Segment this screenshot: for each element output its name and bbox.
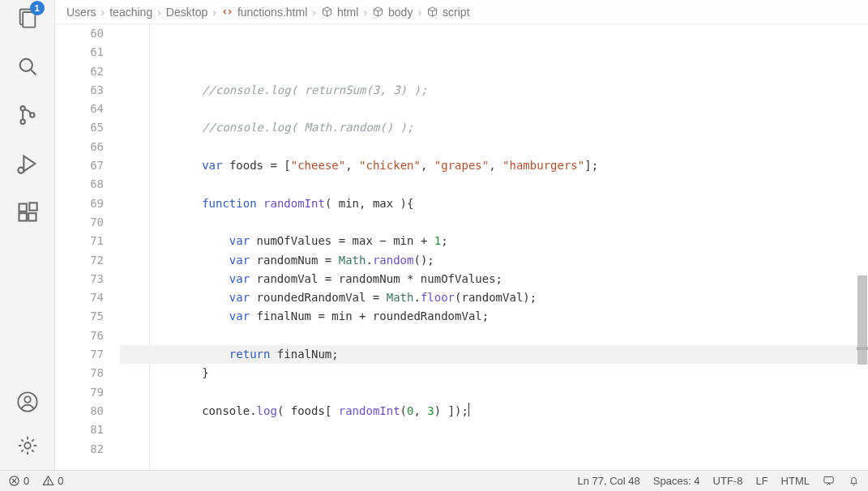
line-number: 63 — [55, 81, 104, 100]
line-number: 74 — [55, 288, 104, 307]
breadcrumb-label: functions.html — [237, 6, 307, 19]
code-line[interactable]: var roundedRandomVal = Math.floor(random… — [120, 288, 868, 307]
code-line[interactable] — [120, 175, 868, 194]
breadcrumb-label: teaching — [109, 6, 152, 19]
line-number: 71 — [55, 232, 104, 250]
line-number: 68 — [55, 175, 104, 194]
breadcrumb-segment[interactable]: script — [426, 6, 469, 19]
line-number: 64 — [55, 100, 104, 118]
status-encoding[interactable]: UTF-8 — [713, 475, 743, 487]
breadcrumb-label: body — [388, 6, 413, 19]
text-cursor — [468, 403, 470, 416]
symbol-icon — [372, 6, 384, 18]
breadcrumb-separator-icon: › — [157, 6, 161, 19]
code-line[interactable]: //console.log( returnSum(3, 3) ); — [120, 81, 868, 100]
line-number: 79 — [55, 383, 104, 402]
code-line[interactable] — [120, 327, 868, 345]
svg-rect-11 — [28, 213, 36, 220]
status-language[interactable]: HTML — [781, 475, 810, 487]
line-number: 81 — [55, 421, 104, 439]
svg-point-15 — [24, 442, 30, 448]
code-line[interactable]: var randomVal = randomNum * numOfValues; — [120, 270, 868, 288]
line-number: 62 — [55, 62, 104, 81]
breadcrumb-segment[interactable]: Desktop — [166, 6, 207, 19]
code-line[interactable]: var finalNum = min + roundedRandomVal; — [120, 307, 868, 326]
line-number: 66 — [55, 138, 104, 156]
breadcrumb-label: html — [337, 6, 358, 19]
code-line[interactable]: var foods = ["cheese", "chicken", "grape… — [120, 156, 868, 175]
code-line[interactable] — [120, 421, 868, 439]
breadcrumb-segment[interactable]: Users — [66, 6, 96, 19]
breadcrumb-segment[interactable]: teaching — [109, 6, 152, 19]
code-line[interactable] — [120, 138, 868, 156]
breadcrumb-label: Users — [66, 6, 96, 19]
notifications-bell-icon[interactable] — [848, 475, 860, 487]
breadcrumb-segment[interactable]: functions.html — [221, 6, 307, 19]
svg-point-8 — [18, 168, 24, 173]
editor-panel: Users›teaching›Desktop›functions.html›ht… — [55, 0, 868, 470]
explorer-icon[interactable]: 1 — [15, 5, 41, 31]
code-line[interactable]: } — [120, 364, 868, 382]
code-line[interactable] — [120, 383, 868, 402]
account-icon[interactable] — [15, 389, 41, 415]
activity-bar: 1 — [0, 0, 55, 470]
breadcrumb-segment[interactable]: body — [372, 6, 413, 19]
extensions-icon[interactable] — [15, 199, 41, 225]
line-number: 60 — [55, 24, 104, 43]
code-line[interactable]: console.log( foods[ randomInt(0, 3) ]); — [120, 402, 868, 421]
code-line[interactable] — [120, 440, 868, 459]
symbol-icon — [426, 6, 438, 18]
svg-point-5 — [20, 119, 24, 123]
line-number: 70 — [55, 213, 104, 232]
line-number: 72 — [55, 251, 104, 270]
file-code-icon — [221, 6, 233, 18]
status-errors[interactable]: 0 — [8, 475, 29, 487]
svg-point-4 — [20, 106, 24, 110]
line-number: 78 — [55, 364, 104, 382]
status-bar: 0 0 Ln 77, Col 48 Spaces: 4 UTF-8 LF HTM… — [0, 470, 868, 491]
breadcrumb-separator-icon: › — [101, 6, 105, 19]
code-line[interactable]: function randomInt( min, max ){ — [120, 194, 868, 213]
breadcrumb-separator-icon: › — [363, 6, 367, 19]
debug-icon[interactable] — [15, 151, 41, 177]
line-number: 80 — [55, 402, 104, 421]
status-indentation[interactable]: Spaces: 4 — [653, 475, 700, 487]
status-warnings[interactable]: 0 — [42, 475, 63, 487]
source-control-icon[interactable] — [15, 102, 41, 128]
code-line[interactable]: return finalNum; — [120, 345, 868, 364]
code-line[interactable] — [120, 213, 868, 232]
breadcrumb-separator-icon: › — [417, 6, 421, 19]
line-number: 65 — [55, 118, 104, 137]
code-line[interactable] — [120, 459, 868, 470]
breadcrumb[interactable]: Users›teaching›Desktop›functions.html›ht… — [55, 0, 868, 24]
status-warnings-count: 0 — [58, 475, 63, 487]
search-icon[interactable] — [15, 53, 41, 79]
line-number: 69 — [55, 194, 104, 213]
code-line[interactable]: //console.log( Math.random() ); — [120, 118, 868, 137]
breadcrumb-segment[interactable]: html — [321, 6, 358, 19]
status-eol[interactable]: LF — [755, 475, 768, 487]
code-line[interactable] — [120, 100, 868, 118]
symbol-icon — [321, 6, 333, 18]
line-number: 67 — [55, 156, 104, 175]
line-number: 75 — [55, 307, 104, 326]
svg-rect-9 — [19, 204, 26, 211]
line-number: 82 — [55, 440, 104, 459]
breadcrumb-separator-icon: › — [312, 6, 316, 19]
code-line[interactable]: var numOfValues = max − min + 1; — [120, 232, 868, 250]
settings-gear-icon[interactable] — [15, 433, 41, 459]
svg-marker-7 — [24, 156, 35, 172]
svg-point-14 — [24, 396, 30, 402]
line-number: 61 — [55, 43, 104, 62]
code-line[interactable]: var randomNum = Math.random(); — [120, 251, 868, 270]
editor-body[interactable]: 6061626364656667686970717273747576777879… — [55, 24, 868, 470]
svg-point-2 — [19, 59, 32, 71]
code-area[interactable]: //console.log( returnSum(3, 3) ); //cons… — [120, 24, 868, 470]
breadcrumb-separator-icon: › — [212, 6, 216, 19]
feedback-icon[interactable] — [823, 475, 835, 487]
status-cursor-position[interactable]: Ln 77, Col 48 — [577, 475, 639, 487]
svg-point-20 — [48, 483, 49, 484]
breadcrumb-label: script — [443, 6, 469, 19]
svg-rect-21 — [824, 477, 833, 484]
svg-line-3 — [31, 70, 36, 75]
